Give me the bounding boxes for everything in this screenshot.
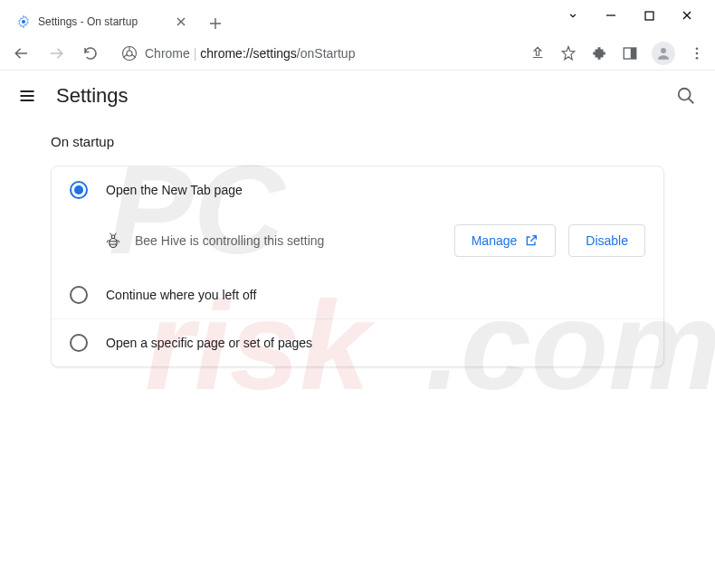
svg-point-4 xyxy=(127,51,132,56)
option-continue[interactable]: Continue where you left off xyxy=(52,271,663,318)
browser-tab[interactable]: Settings - On startup xyxy=(7,7,197,36)
profile-avatar[interactable] xyxy=(652,42,675,65)
disable-button-label: Disable xyxy=(586,233,628,248)
close-button[interactable] xyxy=(681,9,693,22)
manage-button-label: Manage xyxy=(472,233,518,248)
omnibox-origin: chrome://settings xyxy=(200,46,297,61)
chevron-down-icon[interactable] xyxy=(567,9,579,22)
svg-point-8 xyxy=(696,47,699,50)
svg-point-15 xyxy=(111,235,115,239)
hamburger-icon[interactable] xyxy=(18,87,36,105)
option-label: Open the New Tab page xyxy=(106,183,243,197)
startup-card: Open the New Tab page Bee Hive is contro… xyxy=(51,166,664,367)
radio-selected-icon[interactable] xyxy=(70,181,88,199)
window-controls xyxy=(567,0,715,31)
page-title: Settings xyxy=(56,84,655,108)
bookmark-icon[interactable] xyxy=(559,44,577,62)
svg-rect-6 xyxy=(631,48,636,59)
sidepanel-icon[interactable] xyxy=(621,44,639,62)
browser-toolbar: Chrome | chrome://settings/onStartup xyxy=(0,36,715,71)
svg-point-11 xyxy=(679,89,691,100)
svg-rect-1 xyxy=(645,12,653,20)
svg-point-12 xyxy=(110,239,117,248)
omnibox-scheme: Chrome xyxy=(145,46,190,61)
disable-button[interactable]: Disable xyxy=(568,224,645,257)
back-button[interactable] xyxy=(9,41,34,66)
option-open-new-tab[interactable]: Open the New Tab page xyxy=(52,166,663,213)
radio-unselected-icon[interactable] xyxy=(70,334,88,352)
option-label: Open a specific page or set of pages xyxy=(106,336,312,350)
maximize-button[interactable] xyxy=(643,9,655,22)
forward-button[interactable] xyxy=(43,41,69,66)
extensions-icon[interactable] xyxy=(590,44,608,62)
external-link-icon xyxy=(524,233,539,248)
new-tab-button[interactable] xyxy=(203,11,228,36)
option-label: Continue where you left off xyxy=(106,288,256,302)
radio-unselected-icon[interactable] xyxy=(70,286,88,304)
tab-title: Settings - On startup xyxy=(38,15,167,28)
settings-content: On startup Open the New Tab page Bee Hiv… xyxy=(0,121,715,380)
svg-point-2 xyxy=(22,20,25,24)
reload-button[interactable] xyxy=(78,41,103,66)
tab-close-icon[interactable] xyxy=(174,14,188,29)
chrome-product-icon xyxy=(121,45,138,62)
extension-controlled-notice: Bee Hive is controlling this setting Man… xyxy=(52,213,663,271)
search-icon[interactable] xyxy=(675,85,697,107)
omnibox[interactable]: Chrome | chrome://settings/onStartup xyxy=(112,40,512,67)
omnibox-text: Chrome | chrome://settings/onStartup xyxy=(145,46,355,61)
minimize-button[interactable] xyxy=(605,9,617,22)
section-title: On startup xyxy=(51,134,664,149)
svg-point-9 xyxy=(696,52,699,54)
svg-point-10 xyxy=(696,56,699,59)
controlled-message: Bee Hive is controlling this setting xyxy=(135,233,442,248)
settings-header: Settings xyxy=(0,71,715,121)
omnibox-path: /onStartup xyxy=(297,46,356,61)
option-specific-page[interactable]: Open a specific page or set of pages xyxy=(52,318,663,366)
toolbar-actions xyxy=(521,42,706,65)
menu-icon[interactable] xyxy=(688,44,706,62)
bee-extension-icon xyxy=(104,232,122,250)
settings-favicon-icon xyxy=(16,14,31,29)
manage-button[interactable]: Manage xyxy=(454,224,557,257)
share-icon[interactable] xyxy=(529,44,547,62)
svg-point-7 xyxy=(661,48,666,53)
